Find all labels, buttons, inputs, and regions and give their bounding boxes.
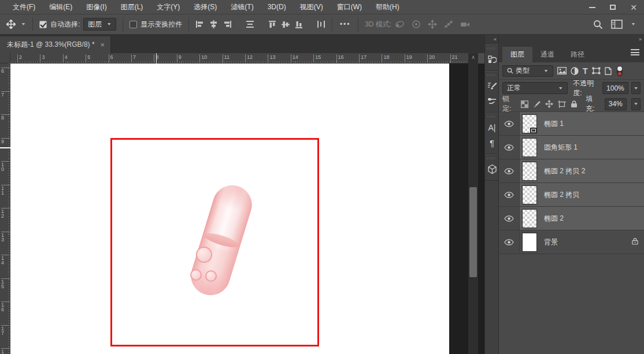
filter-type-dropdown[interactable]: 类型 ▼	[502, 65, 553, 77]
3d-pan-icon[interactable]	[428, 20, 437, 29]
layer-visibility-cell[interactable]	[499, 207, 520, 230]
filter-type-layers-icon[interactable]: T	[583, 66, 588, 76]
menu-item-4[interactable]: 文字(Y)	[150, 0, 187, 14]
layer-row[interactable]: 椭圆 2 拷贝 2	[499, 159, 644, 183]
layer-row[interactable]: 背景	[499, 230, 644, 254]
layer-thumbnail[interactable]	[522, 233, 537, 252]
tab-channels[interactable]: 通道	[532, 47, 562, 62]
dock-gripper[interactable]	[487, 115, 496, 118]
panel-menu-icon[interactable]	[631, 49, 639, 55]
layer-thumbnail[interactable]	[522, 114, 537, 133]
lock-transparency-icon[interactable]	[521, 100, 528, 108]
layer-thumbnail[interactable]	[522, 138, 537, 157]
layer-visibility-cell[interactable]	[499, 183, 520, 206]
auto-select-checkbox[interactable]	[39, 21, 47, 28]
layer-visibility-cell[interactable]	[499, 136, 520, 159]
expand-panels-icon[interactable]: «	[485, 35, 498, 44]
menu-item-3[interactable]: 图层(L)	[114, 0, 150, 14]
show-transform-checkbox[interactable]	[129, 21, 137, 28]
brush-settings-panel-icon[interactable]	[485, 79, 499, 94]
scrollbar-thumb[interactable]	[469, 187, 477, 277]
close-button[interactable]: ✕	[623, 0, 644, 14]
collapse-panels-icon[interactable]: »	[499, 35, 644, 44]
lock-image-icon[interactable]	[533, 100, 541, 108]
menu-item-5[interactable]: 选择(S)	[187, 0, 224, 14]
fill-value-field[interactable]: 34%	[605, 98, 627, 110]
vertical-ruler[interactable]: 67891 01 11 21 31 41 51 61 71 8	[0, 64, 10, 354]
ruler-corner[interactable]	[0, 53, 10, 64]
3d-orbit-icon[interactable]	[395, 20, 405, 29]
dock-gripper[interactable]	[487, 157, 496, 159]
document-canvas[interactable]	[10, 64, 449, 354]
layer-name[interactable]: 背景	[544, 237, 558, 247]
align-left-edges-icon[interactable]	[195, 20, 204, 28]
align-right-edges-icon[interactable]	[223, 20, 232, 28]
document-tab-close-icon[interactable]: ×	[101, 40, 105, 49]
distribute-horizontal-centers-icon[interactable]	[246, 20, 254, 28]
lock-position-icon[interactable]	[545, 100, 553, 108]
layer-name[interactable]: 椭圆 2 拷贝 2	[544, 166, 585, 176]
3d-slide-icon[interactable]	[444, 20, 453, 29]
tab-layers[interactable]: 图层	[502, 47, 532, 62]
layer-filter-toggle[interactable]	[617, 66, 623, 76]
layer-row[interactable]: 椭圆 2 拷贝	[499, 183, 644, 207]
maximize-button[interactable]	[602, 0, 623, 14]
filter-pixel-layers-icon[interactable]	[557, 67, 567, 74]
dock-gripper[interactable]	[487, 47, 496, 50]
layer-name[interactable]: 椭圆 2	[544, 214, 564, 223]
layer-thumbnail[interactable]	[522, 209, 537, 228]
auto-select-target-dropdown[interactable]: 图层 ▼	[83, 18, 116, 31]
filter-smart-objects-icon[interactable]	[605, 67, 612, 75]
horizontal-ruler[interactable]: 23456789101112131415161718192021	[10, 53, 468, 64]
layer-row[interactable]: 椭圆 1	[499, 112, 644, 136]
align-horizontal-centers-icon[interactable]	[209, 20, 218, 28]
scrollbar-up-arrow-icon[interactable]: ∧	[468, 54, 478, 60]
tab-paths[interactable]: 路径	[562, 47, 593, 62]
layer-visibility-cell[interactable]	[499, 230, 520, 254]
lock-artboard-nesting-icon[interactable]	[558, 100, 566, 108]
opacity-dropdown-button[interactable]: ▼	[631, 82, 641, 94]
vertical-scrollbar[interactable]: ∧	[468, 53, 478, 354]
tool-preset-chevron-icon[interactable]: ▼	[21, 22, 26, 27]
menu-item-2[interactable]: 图像(I)	[79, 0, 113, 14]
document-tab[interactable]: 未标题-1 @ 33.3%(RGB/8) * ×	[0, 36, 111, 53]
layer-name[interactable]: 椭圆 1	[544, 119, 564, 129]
layer-row[interactable]: 圆角矩形 1	[499, 136, 644, 159]
paragraph-panel-icon[interactable]: ¶	[485, 135, 499, 150]
layer-thumbnail[interactable]	[522, 185, 537, 204]
more-options-icon[interactable]: •••	[339, 18, 351, 31]
layer-visibility-cell[interactable]	[499, 112, 520, 135]
menu-item-6[interactable]: 滤镜(T)	[224, 0, 260, 14]
fill-dropdown-button[interactable]: ▼	[631, 98, 641, 110]
workspace-switcher-icon[interactable]	[611, 20, 623, 29]
history-panel-icon[interactable]	[485, 52, 499, 67]
3d-panel-icon[interactable]	[485, 162, 499, 177]
layer-visibility-cell[interactable]	[499, 159, 520, 182]
layer-name[interactable]: 圆角矩形 1	[544, 143, 578, 152]
menu-item-10[interactable]: 帮助(H)	[369, 0, 406, 14]
menu-item-8[interactable]: 视图(V)	[293, 0, 330, 14]
align-top-edges-icon[interactable]	[268, 20, 276, 29]
layer-name[interactable]: 椭圆 2 拷贝	[544, 190, 579, 200]
align-vertical-centers-icon[interactable]	[282, 20, 290, 29]
tool-presets-panel-icon[interactable]	[485, 94, 499, 109]
distribute-vertical-centers-icon[interactable]	[317, 20, 325, 28]
blend-mode-dropdown[interactable]: 正常 ▼	[502, 82, 568, 94]
opacity-value-field[interactable]: 100%	[602, 82, 628, 94]
lock-all-icon[interactable]	[571, 100, 578, 108]
3d-camera-icon[interactable]	[460, 20, 471, 28]
character-panel-icon[interactable]: A|	[485, 120, 499, 135]
dock-gripper[interactable]	[487, 74, 496, 76]
move-tool-icon[interactable]	[5, 18, 17, 31]
filter-shape-layers-icon[interactable]	[592, 67, 601, 74]
layer-thumbnail[interactable]	[522, 162, 537, 181]
menu-item-0[interactable]: 文件(F)	[6, 0, 42, 14]
align-bottom-edges-icon[interactable]	[295, 20, 303, 29]
filter-adjustment-layers-icon[interactable]	[571, 67, 579, 75]
layer-row[interactable]: 椭圆 2	[499, 207, 644, 230]
workspace-chevron-icon[interactable]: ▼	[631, 22, 636, 27]
3d-roll-icon[interactable]	[412, 20, 421, 29]
menu-item-9[interactable]: 窗口(W)	[330, 0, 369, 14]
minimize-button[interactable]	[582, 0, 602, 14]
search-icon[interactable]	[593, 20, 603, 29]
